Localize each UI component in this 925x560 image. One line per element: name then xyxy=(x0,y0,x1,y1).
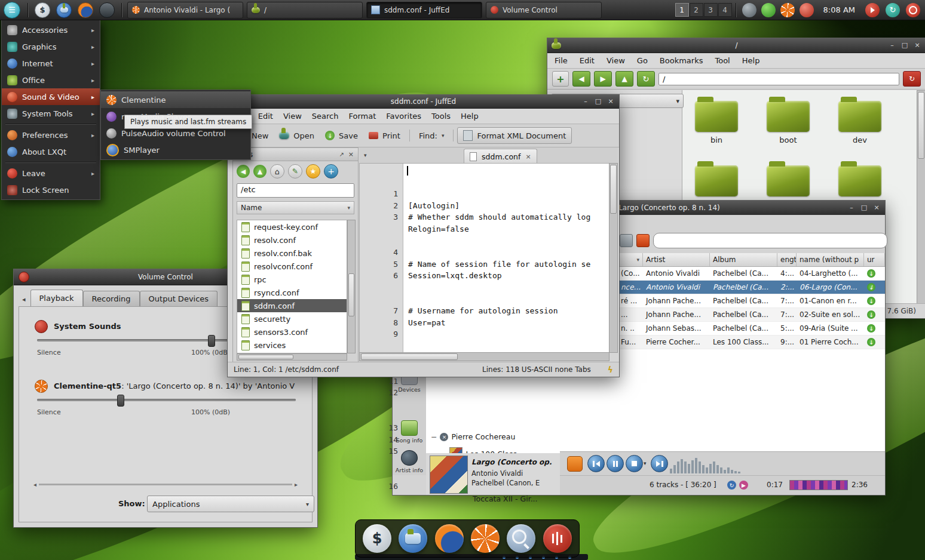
file-item[interactable]: resolv.conf xyxy=(237,233,347,247)
repeat-icon[interactable]: ↻ xyxy=(727,481,736,490)
minimize-button[interactable]: – xyxy=(847,204,856,212)
previous-button[interactable] xyxy=(587,455,605,472)
folder-item-boot[interactable]: boot xyxy=(767,101,810,144)
love-icon[interactable] xyxy=(567,456,583,472)
next-button[interactable] xyxy=(651,455,668,472)
path-bar[interactable]: / xyxy=(658,73,899,85)
workspace-3[interactable]: 3 xyxy=(704,3,718,17)
menu-item-accessories[interactable]: Accessories▸ xyxy=(2,21,100,38)
file-item[interactable]: rsyncd.conf xyxy=(237,286,347,299)
tray-red-icon[interactable] xyxy=(800,3,814,17)
refresh-button[interactable]: ↻ xyxy=(637,71,655,87)
firefox-launcher[interactable] xyxy=(78,2,93,18)
download-icon[interactable]: ↓ xyxy=(867,338,875,346)
scroll-left-icon[interactable]: ◂ xyxy=(33,481,36,488)
folder-item-dev[interactable]: dev xyxy=(838,101,881,144)
forward-button[interactable]: ▶ xyxy=(594,71,612,87)
save-button[interactable]: ↓ Save xyxy=(320,128,363,143)
stop-options-icon[interactable]: ▾ xyxy=(644,460,647,466)
taskbar-file-manager[interactable]: / xyxy=(247,2,363,19)
editor-text[interactable]: [Autologin]# Whether sddm should automat… xyxy=(403,164,609,352)
menu-item-sound-video[interactable]: Sound & Video▸ xyxy=(2,88,100,105)
file-item[interactable]: rpc xyxy=(237,273,347,286)
pause-button[interactable] xyxy=(607,455,624,472)
stop-button[interactable] xyxy=(626,455,643,472)
workspace-1[interactable]: 1 xyxy=(675,3,689,17)
file-item-selected[interactable]: sddm.conf xyxy=(237,299,347,312)
format-xml-button[interactable]: Format XML Document xyxy=(457,127,572,144)
file-item[interactable]: securetty xyxy=(237,312,347,325)
home-icon[interactable]: ⌂ xyxy=(270,164,284,179)
back-icon[interactable]: ◀ xyxy=(237,165,250,178)
tree-item-track[interactable]: Toccata XII - Gir... xyxy=(473,494,538,503)
menu-edit[interactable]: Edit xyxy=(580,56,595,65)
menu-edit[interactable]: Edit xyxy=(258,112,273,121)
menu-tools[interactable]: Tools xyxy=(431,112,451,121)
files-column-header[interactable]: Name ▾ xyxy=(237,201,354,214)
up-button[interactable]: ▲ xyxy=(615,71,633,87)
submenu-item-smplayer[interactable]: SMPlayer xyxy=(101,141,250,158)
minimize-button[interactable]: – xyxy=(887,41,897,50)
terminal-launcher[interactable]: $ xyxy=(35,2,50,18)
tab-recording[interactable]: Recording xyxy=(83,291,140,306)
new-tab-button[interactable]: + xyxy=(552,71,569,87)
dock-firefox[interactable] xyxy=(435,524,464,553)
menu-view[interactable]: View xyxy=(607,56,625,65)
workspace-2[interactable]: 2 xyxy=(690,3,703,17)
menu-item-office[interactable]: Office▸ xyxy=(2,72,100,88)
vertical-scrollbar[interactable] xyxy=(917,90,925,304)
sidebar-artist-info[interactable]: Artist info xyxy=(394,450,424,473)
download-icon[interactable]: ↓ xyxy=(867,324,875,333)
tray-clementine-icon[interactable] xyxy=(780,3,795,17)
menu-format[interactable]: Format xyxy=(348,112,376,121)
menu-favorites[interactable]: Favorites xyxy=(386,112,421,121)
file-item[interactable]: sensors3.conf xyxy=(237,325,347,339)
tab-scroll-left[interactable]: ◂ xyxy=(22,296,26,303)
dock-terminal[interactable]: $ xyxy=(363,524,391,553)
tray-green-icon[interactable] xyxy=(761,3,776,17)
taskbar-volume-control[interactable]: Volume Control xyxy=(486,2,602,19)
volume-tray-icon[interactable] xyxy=(865,3,880,17)
up-icon[interactable]: ▲ xyxy=(253,165,267,178)
clear-playlist-icon[interactable] xyxy=(620,234,633,247)
playlist-search-input[interactable] xyxy=(653,233,887,248)
files-dock-header[interactable]: Files ↗ × xyxy=(233,148,358,161)
submenu-item-clementine[interactable]: Clementine xyxy=(101,91,250,108)
file-manager-launcher[interactable] xyxy=(56,2,72,18)
folder-item[interactable] xyxy=(767,165,810,196)
download-icon[interactable]: ↓ xyxy=(867,297,875,305)
menu-help[interactable]: Help xyxy=(742,56,760,65)
dock-clementine[interactable] xyxy=(471,524,500,553)
album-art[interactable] xyxy=(430,456,468,494)
editor[interactable]: 123 456 789 101112 131415 16 [Autologin]… xyxy=(359,163,609,353)
tray-keyboard-icon[interactable] xyxy=(742,3,756,17)
menu-item-leave[interactable]: Leave▸ xyxy=(2,165,100,181)
clementine-slider[interactable] xyxy=(37,399,296,401)
maximize-button[interactable]: □ xyxy=(900,41,909,50)
menu-item-about-lxqt[interactable]: About LXQt xyxy=(2,143,100,160)
tree-item-artist[interactable]: − × Pierre Cochereau xyxy=(431,432,515,441)
taskbar-juffed[interactable]: sddm.conf - JuffEd xyxy=(366,2,482,19)
files-vertical-scrollbar[interactable] xyxy=(347,220,356,353)
menu-go[interactable]: Go xyxy=(637,56,648,65)
open-button[interactable]: Open xyxy=(274,129,320,143)
folder-item[interactable] xyxy=(838,165,881,196)
moodbar-progress[interactable] xyxy=(789,480,848,490)
tab-output-devices[interactable]: Output Devices xyxy=(140,291,218,306)
menu-bookmarks[interactable]: Bookmarks xyxy=(660,56,703,65)
show-combobox[interactable]: Applications ▾ xyxy=(147,496,314,512)
menu-item-internet[interactable]: Internet▸ xyxy=(2,55,100,72)
expander-icon[interactable]: − xyxy=(431,432,437,441)
download-icon[interactable]: ↓ xyxy=(867,269,875,278)
tab-playback[interactable]: Playback xyxy=(30,290,83,306)
menu-item-system-tools[interactable]: System Tools▸ xyxy=(2,105,100,122)
slider-handle[interactable] xyxy=(117,395,124,407)
file-item[interactable]: services xyxy=(237,339,347,352)
download-icon[interactable]: ↓ xyxy=(867,283,875,291)
taskbar-clementine[interactable]: Antonio Vivaldi - Largo ( xyxy=(127,2,243,19)
back-button[interactable]: ◀ xyxy=(572,71,590,87)
menu-search[interactable]: Search xyxy=(312,112,339,121)
updates-icon[interactable]: ↻ xyxy=(886,3,900,17)
float-dock-icon[interactable]: ↗ xyxy=(339,151,344,158)
dock-file-manager[interactable] xyxy=(399,524,427,553)
